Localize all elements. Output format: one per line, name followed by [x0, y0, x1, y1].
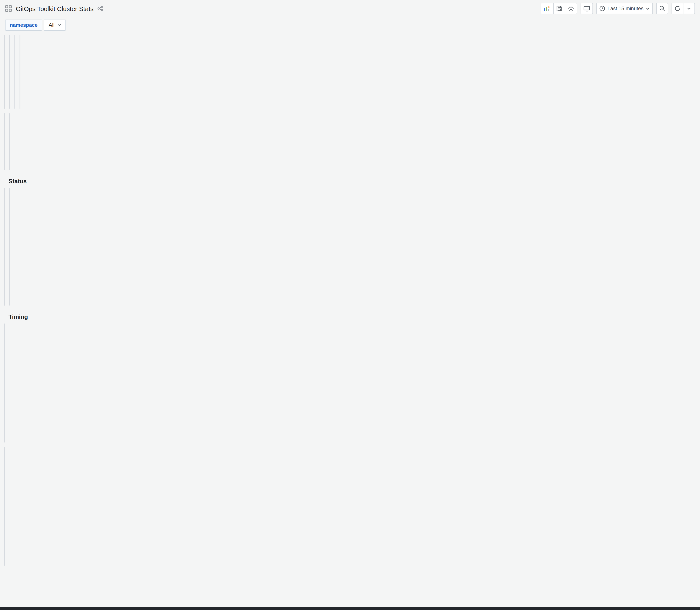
top-navbar: GitOps Toolkit Cluster Stats	[0, 0, 700, 17]
dashboard-root: GitOps Toolkit Cluster Stats	[0, 0, 700, 610]
chevron-down-icon	[687, 7, 691, 10]
variable-namespace-value: All	[49, 22, 54, 28]
section-row-status[interactable]: Status	[4, 174, 7, 188]
stat-value: 2	[19, 59, 20, 100]
stat-value: 6	[14, 62, 15, 103]
chart-panel-acquisition-duration: Source acquisition duration 15:5315:5415…	[4, 447, 5, 566]
chevron-down-icon	[58, 24, 61, 26]
gauge-panel-source-ops: Source ops avg. duration GitRepository 1…	[9, 113, 10, 170]
stat-panel-failing-sources: Failing Sources 2	[19, 35, 20, 109]
variables-row: namespace All	[0, 17, 700, 35]
dashboard-settings-button[interactable]	[566, 3, 577, 14]
cycle-view-button[interactable]	[581, 3, 593, 14]
stat-panel-failing-reconcilers: Failing Reconcilers 1	[9, 35, 10, 109]
clock-icon	[600, 5, 605, 12]
stat-panel-manifests-sources: Kubernetes Manifests Sources 6	[14, 35, 15, 109]
table-panel-source-readiness: Source acquisition readiness KindNameSta…	[9, 188, 10, 306]
table-panel-cluster-readiness: Cluster reconciliation readiness KindNam…	[4, 188, 5, 306]
gauge-panel-reconciler-ops: Reconciler ops avg. duration HelmRelease…	[4, 113, 5, 170]
share-icon[interactable]	[97, 5, 103, 12]
monitor-icon	[584, 6, 590, 11]
add-panel-icon	[544, 5, 551, 12]
add-panel-button[interactable]	[541, 3, 554, 14]
stat-panel-cluster-reconcilers: Cluster Reconcilers 5	[4, 35, 5, 109]
chevron-down-icon	[646, 7, 650, 10]
time-range-picker[interactable]: Last 15 minutes	[597, 3, 653, 14]
window-bottom-edge	[0, 607, 700, 610]
section-row-timing[interactable]: Timing	[4, 310, 7, 323]
stat-value: 5	[4, 59, 5, 100]
variable-namespace-label[interactable]: namespace	[5, 19, 42, 31]
dashboard-grid-icon[interactable]	[5, 5, 12, 12]
dashboard-title: GitOps Toolkit Cluster Stats	[16, 5, 94, 12]
zoom-out-time-button[interactable]	[656, 3, 668, 14]
variable-namespace-select[interactable]: All	[44, 19, 66, 31]
section-title: Status	[9, 178, 27, 184]
refresh-interval-dropdown[interactable]	[683, 3, 695, 14]
section-title: Timing	[9, 313, 28, 320]
time-range-label: Last 15 minutes	[607, 5, 644, 12]
save-icon	[556, 5, 563, 12]
refresh-icon	[674, 5, 681, 12]
zoom-out-icon	[659, 5, 665, 12]
refresh-button[interactable]	[671, 3, 683, 14]
save-dashboard-button[interactable]	[554, 3, 566, 14]
gear-icon	[568, 5, 574, 12]
stat-value: 1	[9, 59, 10, 100]
chart-panel-reconciliation-duration: Cluster reconciliation duration 15:5315:…	[4, 323, 5, 443]
